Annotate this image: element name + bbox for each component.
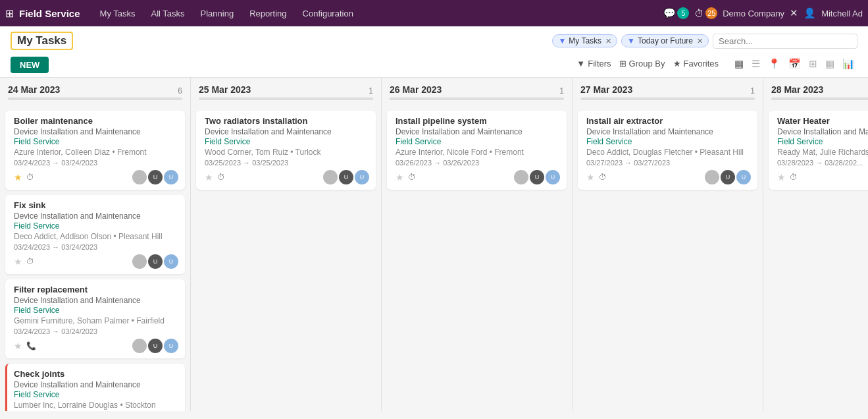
card-star-0-1[interactable]: ★ — [14, 256, 22, 267]
activity-icon[interactable]: ⏱ 25 — [694, 7, 717, 19]
card-location-1-0: Wood Corner, Tom Ruiz • Turlock — [205, 148, 369, 157]
filter-actions: ▼ Filters ⊞ Group By ★ Favorites ▦ ☰ 📍 📅… — [576, 57, 857, 71]
avatar-0-0-2: U — [164, 170, 178, 184]
kanban-board: 24 Mar 20236Boiler maintenanceDevice Ins… — [0, 78, 868, 411]
card-0-1[interactable]: Fix sinkDevice Installation and Maintena… — [5, 195, 185, 274]
title-row: My Tasks ▼ My Tasks ✕ ▼ Today or Future … — [0, 26, 868, 53]
col-date-0: 24 Mar 2023 — [8, 84, 60, 95]
card-daterange-3-0: 03/27/2023 → 03/27/2023 — [586, 159, 751, 167]
card-tag-4-0: Field Service — [777, 137, 868, 146]
card-location-0-0: Azure Interior, Colleen Diaz • Fremont — [14, 148, 178, 157]
avatar-1-0-2: U — [355, 170, 369, 184]
pivot-view-btn[interactable]: ⊞ — [806, 57, 820, 71]
card-1-0[interactable]: Two radiators installationDevice Install… — [196, 111, 376, 190]
remove-today-filter[interactable]: ✕ — [697, 37, 703, 45]
kanban-view-btn[interactable]: ▦ — [732, 57, 746, 71]
card-star-3-0[interactable]: ★ — [586, 172, 595, 182]
spreadsheet-view-btn[interactable]: ▦ — [823, 57, 837, 71]
search-input[interactable] — [713, 34, 857, 49]
page-title: My Tasks — [17, 34, 66, 47]
card-footer-2-0: ★⏱UU — [396, 170, 560, 184]
list-view-btn[interactable]: ☰ — [749, 57, 763, 71]
app-name[interactable]: Field Service — [19, 8, 80, 19]
column-header-0: 24 Mar 20236 — [0, 78, 190, 108]
user-name: Mitchell Ad — [821, 9, 863, 18]
chat-icon[interactable]: 💬 5 — [663, 7, 689, 19]
map-view-btn[interactable]: 📍 — [765, 57, 783, 71]
card-4-0[interactable]: Water HeaterDevice Installation and Ma..… — [769, 111, 868, 190]
avatar-0-2-0 — [132, 339, 147, 353]
card-star-4-0[interactable]: ★ — [777, 172, 786, 182]
filter-tag-mytasks[interactable]: ▼ My Tasks ✕ — [552, 34, 617, 47]
col-count-1: 1 — [369, 86, 373, 96]
card-subtitle-0-2: Device Installation and Maintenance — [14, 296, 178, 305]
card-star-1-0[interactable]: ★ — [205, 172, 213, 182]
page-title-wrapper: My Tasks — [11, 32, 73, 50]
card-3-0[interactable]: Install air extractorDevice Installation… — [578, 111, 757, 190]
nav-all-tasks[interactable]: All Tasks — [145, 6, 191, 21]
filters-button[interactable]: ▼ Filters — [576, 59, 611, 69]
kanban-column-0: 24 Mar 20236Boiler maintenanceDevice Ins… — [0, 78, 191, 411]
nav-configuration[interactable]: Configuration — [296, 6, 360, 21]
calendar-view-btn[interactable]: 📅 — [786, 57, 804, 71]
card-tag-0-3: Field Service — [14, 390, 178, 399]
card-clock-2-0: ⏱ — [408, 173, 416, 182]
nav-my-tasks[interactable]: My Tasks — [93, 6, 142, 21]
avatar-0-2-1: U — [148, 339, 163, 353]
card-star-0-2[interactable]: ★ — [14, 341, 22, 351]
kanban-column-2: 26 Mar 20231Install pipeline systemDevic… — [382, 78, 573, 411]
card-clock-4-0: ⏱ — [790, 173, 798, 182]
card-title-1-0: Two radiators installation — [205, 116, 369, 126]
card-tag-0-1: Field Service — [14, 221, 178, 231]
filter-tag-today[interactable]: ▼ Today or Future ✕ — [621, 34, 709, 47]
card-subtitle-0-3: Device Installation and Maintenance — [14, 380, 178, 389]
card-location-0-1: Deco Addict, Addison Olson • Pleasant Hi… — [14, 232, 178, 241]
avatar-0-1-2: U — [164, 254, 178, 269]
new-button[interactable]: NEW — [11, 57, 49, 73]
avatar-0-0-0 — [132, 170, 147, 184]
card-avatars-3-0: UU — [705, 170, 751, 184]
card-clock-1-0: ⏱ — [217, 173, 225, 182]
nav-planning[interactable]: Planning — [194, 6, 241, 21]
col-date-1: 25 Mar 2023 — [199, 84, 251, 95]
favorites-button[interactable]: ★ Favorites — [673, 59, 719, 69]
card-clock-3-0: ⏱ — [599, 173, 607, 182]
col-count-2: 1 — [559, 86, 564, 96]
card-location-4-0: Ready Mat, Julie Richards — [777, 148, 868, 157]
col-count-3: 1 — [750, 86, 755, 96]
kanban-column-3: 27 Mar 20231Install air extractorDevice … — [573, 78, 763, 411]
avatar-0-1-0 — [132, 254, 147, 269]
action-row: NEW ▼ Filters ⊞ Group By ★ Favorites ▦ ☰… — [0, 53, 868, 77]
col-bar-2 — [390, 98, 564, 100]
topnav-right: 💬 5 ⏱ 25 Demo Company ✕ 👤 Mitchell Ad — [663, 7, 863, 19]
new-btn-wrapper: NEW — [11, 54, 49, 73]
avatar-2-0-1: U — [530, 170, 544, 184]
card-0-3[interactable]: Check jointsDevice Installation and Main… — [5, 364, 185, 411]
tools-icon[interactable]: ✕ — [790, 7, 798, 19]
col-body-1: Two radiators installationDevice Install… — [191, 108, 381, 411]
col-count-0: 6 — [178, 86, 182, 96]
card-2-0[interactable]: Install pipeline systemDevice Installati… — [387, 111, 567, 190]
card-location-3-0: Deco Addict, Douglas Fletcher • Pleasant… — [586, 148, 751, 157]
card-avatars-0-2: UU — [132, 339, 178, 353]
card-star-0-0[interactable]: ★ — [14, 172, 22, 182]
card-subtitle-4-0: Device Installation and Ma... — [777, 127, 868, 136]
card-avatars-1-0: UU — [323, 170, 369, 184]
card-star-2-0[interactable]: ★ — [396, 172, 404, 182]
chart-view-btn[interactable]: 📊 — [840, 57, 857, 71]
avatar-0-2-2: U — [164, 339, 178, 353]
funnel-icon-2: ▼ — [627, 36, 635, 45]
groupby-button[interactable]: ⊞ Group By — [619, 59, 665, 69]
card-tag-3-0: Field Service — [586, 137, 751, 146]
user-avatar[interactable]: 👤 — [804, 7, 816, 19]
nav-reporting[interactable]: Reporting — [243, 6, 293, 21]
column-header-4: 28 Mar 2023 — [763, 78, 868, 108]
card-0-0[interactable]: Boiler maintenanceDevice Installation an… — [5, 111, 185, 190]
col-date-3: 27 Mar 2023 — [580, 84, 632, 95]
grid-icon[interactable]: ⊞ — [5, 7, 14, 20]
remove-mytasks-filter[interactable]: ✕ — [605, 37, 611, 45]
avatar-0-0-1: U — [148, 170, 163, 184]
card-0-2[interactable]: Filter replacementDevice Installation an… — [5, 279, 185, 358]
filter-funnel-icon: ▼ — [576, 59, 585, 69]
card-tag-2-0: Field Service — [396, 137, 560, 146]
